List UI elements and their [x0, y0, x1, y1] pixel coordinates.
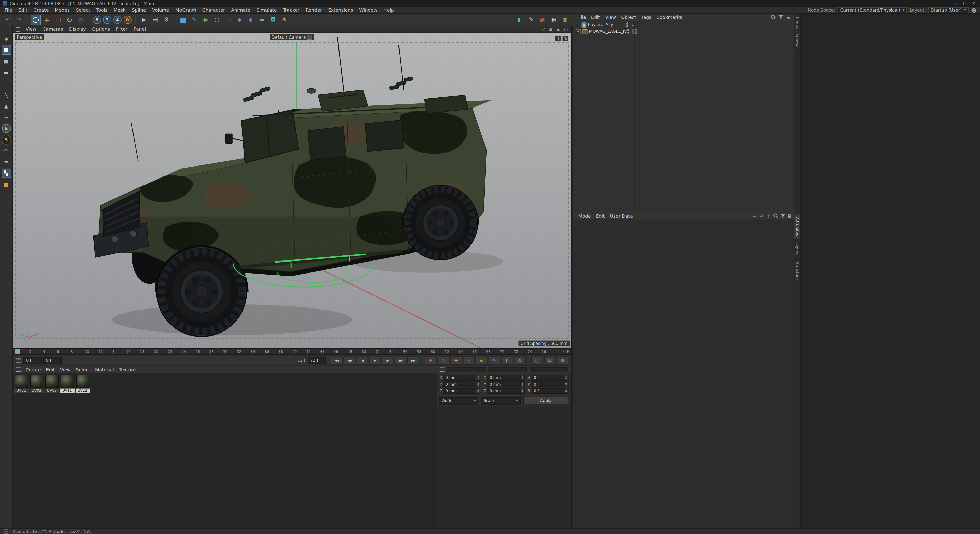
goto-end-button[interactable]: ▶▶ [407, 356, 419, 365]
current-frame-field[interactable]: 0 F [24, 357, 42, 364]
redo-icon[interactable]: ↷ [14, 14, 24, 25]
move-tool[interactable]: + [42, 14, 52, 25]
uv-unwrap-button[interactable]: ▦ [549, 14, 559, 25]
panel-menu-icon[interactable] [16, 367, 21, 372]
keyframe-bar-button[interactable]: ▥ [557, 356, 568, 365]
play-forward-button[interactable]: ▶ [369, 356, 381, 365]
workplane-mode-button[interactable]: ▬ [1, 67, 11, 77]
viewport-single-icon[interactable]: ▢ [563, 26, 569, 32]
material-menu-item[interactable]: View [57, 367, 73, 372]
main-menu-item[interactable]: Tracker [280, 8, 302, 13]
apply-button[interactable]: Apply [523, 397, 569, 405]
keyframe-selection-button[interactable]: ◉ [450, 356, 462, 365]
maximize-button[interactable]: □ [961, 0, 969, 6]
viewport-menu-item[interactable]: Cameras [40, 27, 66, 32]
viewport-menu-item[interactable]: View [22, 27, 40, 32]
material-menu-item[interactable]: Create [23, 367, 43, 372]
main-menu-item[interactable]: MoGraph [172, 8, 199, 13]
lock-x-axis-button[interactable]: X [93, 16, 101, 24]
edges-mode-button[interactable]: ╲ [1, 90, 11, 100]
record-position-button[interactable]: + [463, 356, 475, 365]
camera-name-label[interactable]: Default Camera [270, 34, 314, 40]
parent-object-icon[interactable]: ↑ [766, 214, 771, 218]
stepper-arrows[interactable] [520, 382, 524, 387]
texture-mode-button[interactable]: ▩ [1, 56, 11, 66]
record-rotation-button[interactable]: ↻ [488, 356, 500, 365]
size-field[interactable]: 0 mm [488, 381, 525, 387]
material-name[interactable]: UV01 [14, 389, 28, 393]
object-path-icon[interactable]: ≡ [786, 14, 791, 20]
viewport-menu-item[interactable]: Options [89, 27, 113, 32]
model-mode-button[interactable]: ■ [1, 45, 11, 55]
camera-swap-icon[interactable] [307, 35, 312, 40]
object-manager-menu-item[interactable]: Tags [639, 15, 654, 20]
symmetry-generator-button[interactable]: ◫ [223, 14, 233, 25]
minimize-button[interactable]: ─ [953, 0, 960, 6]
stepper-arrows[interactable] [520, 375, 524, 380]
view-name-label[interactable]: Perspective [15, 34, 44, 40]
size-field[interactable]: 0 mm [488, 388, 525, 394]
record-pla-button[interactable]: ◇ [514, 356, 526, 365]
light-button[interactable]: ☀ [279, 14, 290, 25]
main-menu-item[interactable]: Create [30, 8, 52, 13]
viewport-warning-icon[interactable]: ! [555, 36, 561, 41]
polygons-mode-button[interactable]: ▲ [1, 101, 11, 111]
material-name[interactable]: UV11 [60, 389, 74, 393]
stepper-arrows[interactable] [476, 382, 480, 387]
main-menu-item[interactable]: Extensions [325, 8, 356, 13]
layout-dropdown[interactable]: Startup (User)▾ [928, 7, 969, 13]
add-primitive-cube-button[interactable]: ■ [178, 14, 188, 25]
main-menu-item[interactable]: Character [199, 8, 228, 13]
snap-toggle-button[interactable]: ◠ [1, 146, 11, 156]
main-menu-item[interactable]: Help [380, 8, 397, 13]
material-menu-item[interactable]: Texture [116, 367, 138, 372]
main-menu-item[interactable]: Volume [149, 8, 172, 13]
panel-menu-icon[interactable] [16, 358, 21, 363]
rotate-tool[interactable]: ↻ [64, 14, 75, 25]
range-end-field[interactable]: 72 F [308, 357, 326, 364]
paint-colors-button[interactable]: ▨ [537, 14, 547, 25]
perspective-viewport[interactable]: Perspective Default Camera ! ◎ Grid Spac… [13, 33, 571, 348]
stepper-arrows[interactable] [476, 389, 480, 393]
solo-toggle-button[interactable]: ◯ [531, 356, 543, 365]
history-forward-icon[interactable]: → [759, 214, 764, 218]
volume-builder-button[interactable]: ◆ [234, 14, 245, 25]
panel-menu-icon[interactable] [3, 529, 8, 534]
viewport-layout-icon[interactable]: ▦ [547, 26, 554, 32]
material-preview-sphere[interactable] [14, 375, 28, 388]
size-field[interactable]: 0 mm [488, 375, 525, 381]
pen-spline-button[interactable]: ✎ [189, 14, 200, 25]
material-slot-button[interactable]: ■ [1, 180, 11, 190]
main-menu-item[interactable]: Render [302, 8, 325, 13]
main-menu-item[interactable]: Select [73, 8, 93, 13]
tab-structure[interactable]: Structure [794, 259, 800, 283]
filter-funnel-icon[interactable] [778, 14, 783, 20]
search-icon[interactable] [770, 14, 776, 20]
material-preview-sphere[interactable] [30, 375, 43, 388]
viewport-sync-icon[interactable]: ⇄ [540, 26, 546, 32]
tab-layers[interactable]: Layers [794, 239, 800, 259]
material-menu-item[interactable]: Edit [43, 367, 57, 372]
material-item[interactable]: UV01 [14, 375, 29, 393]
object-row-physical-sky[interactable]: Physical Sky ✓ [573, 21, 794, 28]
attribute-menu-item[interactable]: User Data [607, 214, 635, 218]
main-menu-item[interactable]: Spline [129, 8, 149, 13]
scale-tool[interactable]: ◱ [53, 14, 63, 25]
visibility-dots[interactable] [625, 22, 629, 27]
main-menu-item[interactable]: Edit [15, 8, 30, 13]
lock-z-axis-button[interactable]: Z [113, 16, 121, 24]
close-button[interactable]: × [970, 0, 977, 6]
viewport-menu-item[interactable]: Display [66, 27, 89, 32]
uv-checker-button[interactable]: ▚ [1, 169, 11, 178]
render-view-button[interactable]: ▶ [139, 14, 149, 25]
material-item[interactable]: UV12 [75, 375, 90, 393]
main-menu-item[interactable]: Tools [93, 8, 111, 13]
rotation-field[interactable]: 0 ° [532, 375, 569, 381]
object-manager-menu-item[interactable]: Edit [589, 15, 603, 20]
material-preview-sphere[interactable] [45, 375, 59, 388]
simulation-s-button-1[interactable]: S [1, 124, 11, 133]
material-preview-sphere[interactable] [76, 375, 89, 388]
points-mode-button[interactable]: ∴ [1, 79, 11, 88]
goto-next-key-button[interactable]: ◆▶ [395, 356, 406, 365]
stepper-arrows[interactable] [564, 375, 568, 380]
